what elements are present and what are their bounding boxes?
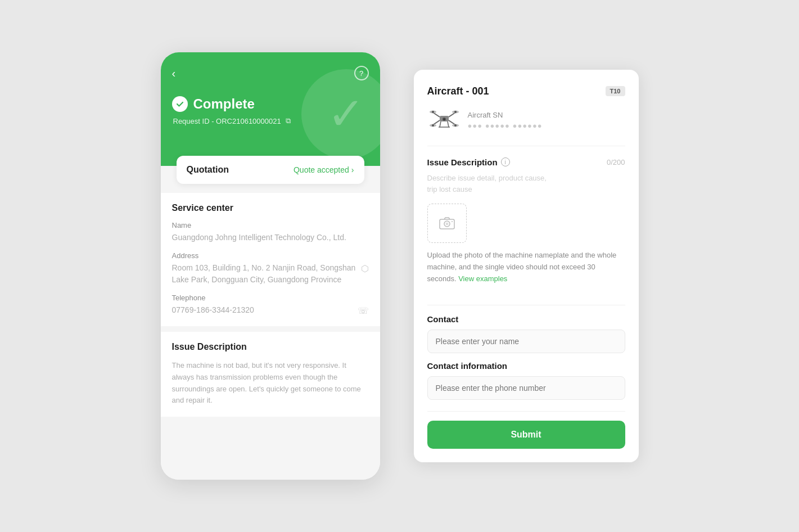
svg-point-12: [454, 124, 457, 127]
t10-badge: T10: [606, 86, 625, 96]
aircraft-sn-value: ●●● ●●●●● ●●●●●●: [468, 121, 543, 130]
aircraft-info-row: Aircraft SN ●●● ●●●●● ●●●●●●: [427, 106, 625, 146]
issue-description-header: Issue Description i 0/200: [427, 157, 625, 167]
upload-box[interactable]: [427, 204, 467, 243]
aircraft-header: Aircraft - 001 T10: [427, 85, 625, 97]
telephone-label: Telephone: [172, 294, 369, 302]
service-center-card: Service center Name Guangdong Johng Inte…: [161, 193, 380, 326]
char-count: 0/200: [607, 158, 625, 166]
telephone-value: 07769-186-3344-21320: [172, 304, 358, 316]
location-icon: ⬡: [361, 263, 369, 274]
svg-line-14: [448, 121, 449, 127]
quotation-card[interactable]: Quotation Quote accepted ›: [177, 156, 364, 184]
quotation-status-text: Quote accepted: [294, 165, 349, 174]
issue-section-card: Issue Description The machine is not bad…: [161, 332, 380, 417]
svg-point-21: [452, 221, 453, 222]
phone-icon: ☏: [358, 305, 369, 316]
contact-info-section: Contact information: [427, 361, 625, 400]
phone-body: Service center Name Guangdong Johng Inte…: [161, 184, 380, 480]
svg-point-11: [432, 124, 434, 127]
issue-description-text: The machine is not bad, but it's not ver…: [172, 360, 369, 407]
telephone-row: 07769-186-3344-21320 ☏: [172, 304, 369, 316]
aircraft-title: Aircraft - 001: [427, 85, 489, 97]
aircraft-sn-block: Aircraft SN ●●● ●●●●● ●●●●●●: [468, 111, 543, 130]
issue-section-title: Issue Description: [172, 342, 369, 352]
name-value: Guangdong Johng Intelligent Technology C…: [172, 232, 369, 244]
address-value: Room 103, Building 1, No. 2 Nanjin Road,…: [172, 262, 361, 286]
name-label: Name: [172, 221, 369, 229]
phone-card: ‹ ? ✓ Complete Request ID - ORC210610000…: [161, 52, 380, 480]
aircraft-sn-label: Aircraft SN: [468, 111, 543, 119]
complete-check-icon: [172, 96, 188, 112]
upload-hint: Upload the photo of the machine nameplat…: [427, 250, 625, 285]
quotation-arrow: ›: [351, 165, 354, 174]
phone-input[interactable]: [427, 376, 625, 400]
svg-point-20: [445, 223, 448, 226]
complete-title: Complete: [193, 96, 255, 112]
issue-placeholder-text: Describe issue detail, product cause, tr…: [427, 173, 625, 196]
issue-info-icon[interactable]: i: [501, 157, 510, 166]
submit-button[interactable]: Submit: [427, 421, 625, 449]
request-id-text: Request ID - ORC210610000021: [173, 117, 281, 125]
address-label: Address: [172, 251, 369, 260]
bg-circle: ✓: [301, 69, 380, 159]
contact-input[interactable]: [427, 330, 625, 353]
service-center-title: Service center: [172, 203, 369, 213]
contact-info-label: Contact information: [427, 361, 625, 371]
contact-label: Contact: [427, 314, 625, 324]
right-panel: Aircraft - 001 T10: [414, 70, 639, 463]
drone-image: [427, 106, 461, 134]
svg-line-13: [440, 121, 441, 127]
view-examples-link[interactable]: View examples: [458, 274, 507, 283]
svg-point-10: [454, 111, 457, 113]
issue-title-row: Issue Description i: [427, 157, 510, 167]
issue-description-label: Issue Description: [427, 157, 498, 167]
divider-2: [427, 411, 625, 412]
svg-point-17: [443, 118, 445, 120]
quotation-label: Quotation: [187, 165, 229, 175]
address-row: Room 103, Building 1, No. 2 Nanjin Road,…: [172, 262, 369, 294]
issue-description-section: Issue Description i 0/200 Describe issue…: [427, 157, 625, 296]
back-button[interactable]: ‹: [172, 67, 176, 80]
bg-checkmark: ✓: [327, 92, 365, 137]
svg-point-9: [432, 111, 434, 113]
copy-icon[interactable]: ⧉: [286, 116, 291, 125]
quotation-status: Quote accepted ›: [294, 165, 354, 174]
divider-1: [427, 305, 625, 305]
contact-section: Contact: [427, 314, 625, 353]
